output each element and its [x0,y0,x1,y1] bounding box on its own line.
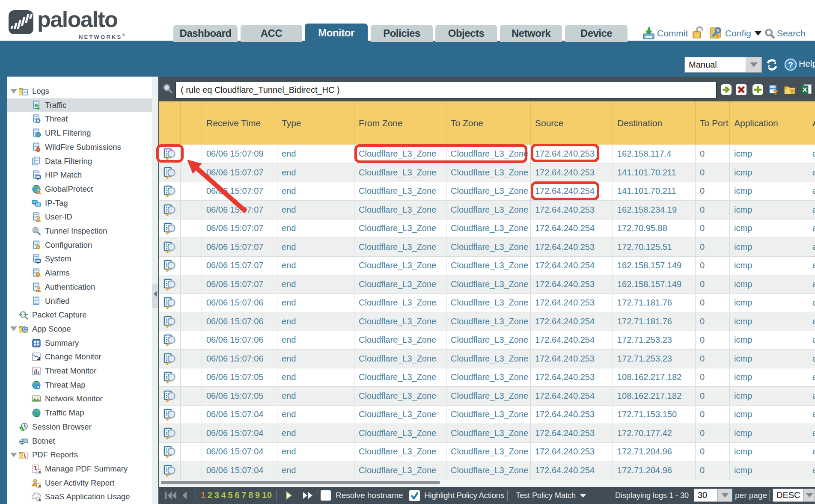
svg-text:?: ? [788,60,793,69]
